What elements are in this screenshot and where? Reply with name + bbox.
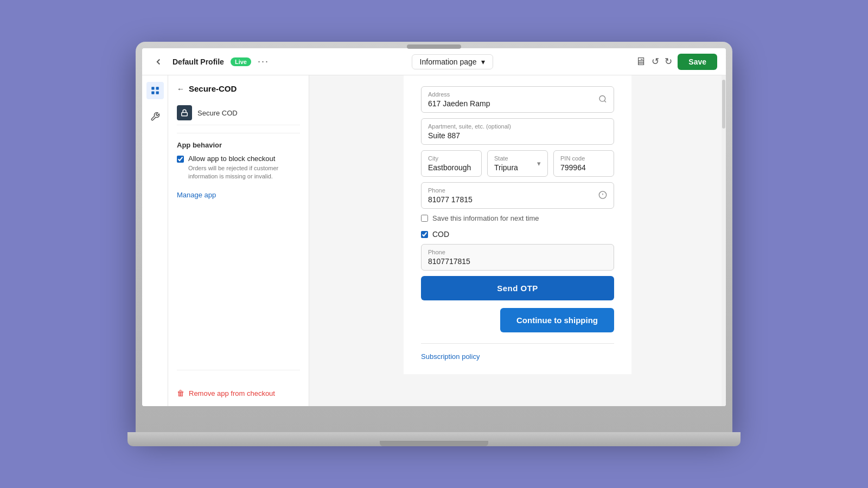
app-behavior-title: App behavior — [177, 141, 300, 149]
pin-label: PIN code — [560, 155, 607, 162]
redo-button[interactable]: ↻ — [665, 56, 672, 67]
monitor-icon[interactable]: 🖥 — [635, 55, 646, 68]
cod-row: COD — [421, 230, 614, 239]
page-dropdown[interactable]: Information page ▾ — [412, 54, 493, 69]
secure-cod-icon — [177, 105, 192, 120]
pin-field[interactable]: PIN code 799964 — [553, 150, 614, 177]
address-value: 617 Jaeden Ramp — [428, 99, 607, 108]
more-button[interactable]: ··· — [258, 56, 269, 67]
undo-button[interactable]: ↺ — [652, 56, 659, 67]
panel-back-row[interactable]: ← Secure-COD — [177, 84, 300, 93]
trash-icon: 🗑 — [177, 389, 184, 397]
live-badge: Live — [231, 57, 251, 66]
address-label: Address — [428, 91, 607, 98]
back-icon[interactable] — [151, 54, 166, 69]
panel-title: Secure-COD — [189, 84, 237, 93]
cod-phone-label: Phone — [428, 249, 607, 255]
cod-checkbox[interactable] — [421, 231, 428, 238]
svg-rect-2 — [151, 92, 154, 94]
pin-value: 799964 — [560, 163, 607, 172]
svg-rect-3 — [156, 92, 158, 94]
subscription-link[interactable]: Subscription policy — [421, 352, 480, 361]
send-otp-button[interactable]: Send OTP — [421, 276, 614, 300]
address-field[interactable]: Address 617 Jaeden Ramp — [421, 86, 614, 113]
cod-phone-field[interactable]: Phone 8107717815 — [421, 244, 614, 271]
svg-rect-0 — [151, 87, 154, 89]
apartment-label: Apartment, suite, etc. (optional) — [428, 123, 607, 130]
city-field[interactable]: City Eastborough — [421, 150, 482, 177]
block-checkout-hint: Orders will be rejected if customer info… — [188, 164, 300, 181]
phone-field[interactable]: Phone 81077 17815 — [421, 182, 614, 209]
manage-app-link[interactable]: Manage app — [177, 191, 300, 199]
scrollbar-thumb[interactable] — [722, 80, 725, 129]
secure-cod-label: Secure COD — [197, 109, 238, 117]
state-field[interactable]: State Tripura ▾ — [487, 150, 548, 177]
save-info-checkbox[interactable] — [421, 215, 428, 222]
save-info-row: Save this information for next time — [421, 214, 614, 222]
panel-back-arrow: ← — [177, 85, 184, 93]
apps-icon[interactable] — [146, 82, 164, 99]
svg-point-5 — [599, 95, 605, 101]
block-checkout-checkbox[interactable] — [177, 156, 184, 163]
phone-info-icon — [598, 190, 607, 201]
cod-phone-value: 8107717815 — [428, 257, 607, 266]
city-value: Eastborough — [428, 163, 475, 172]
secure-cod-item[interactable]: Secure COD — [177, 101, 300, 125]
city-label: City — [428, 155, 475, 162]
phone-value: 81077 17815 — [428, 195, 607, 204]
block-checkout-label: Allow app to block checkout — [188, 155, 300, 163]
save-button[interactable]: Save — [678, 54, 717, 70]
scrollbar-track[interactable] — [722, 75, 726, 406]
state-label: State — [494, 155, 518, 162]
remove-app-label: Remove app from checkout — [189, 389, 275, 397]
address-search-icon — [598, 94, 607, 105]
cod-label[interactable]: COD — [432, 230, 449, 239]
phone-label: Phone — [428, 187, 607, 194]
dropdown-arrow-icon: ▾ — [481, 57, 485, 66]
continue-to-shipping-button[interactable]: Continue to shipping — [500, 308, 614, 332]
page-dropdown-label: Information page — [420, 57, 477, 66]
profile-name: Default Profile — [173, 57, 224, 66]
svg-rect-4 — [182, 112, 188, 115]
tools-icon[interactable] — [146, 108, 164, 125]
svg-rect-1 — [156, 87, 158, 89]
save-info-label[interactable]: Save this information for next time — [432, 214, 539, 222]
apartment-value: Suite 887 — [428, 131, 607, 140]
state-dropdown-icon: ▾ — [537, 159, 541, 168]
svg-line-6 — [604, 100, 606, 102]
remove-app-row[interactable]: 🗑 Remove app from checkout — [177, 378, 300, 397]
apartment-field[interactable]: Apartment, suite, etc. (optional) Suite … — [421, 118, 614, 145]
state-value: Tripura — [494, 163, 518, 172]
